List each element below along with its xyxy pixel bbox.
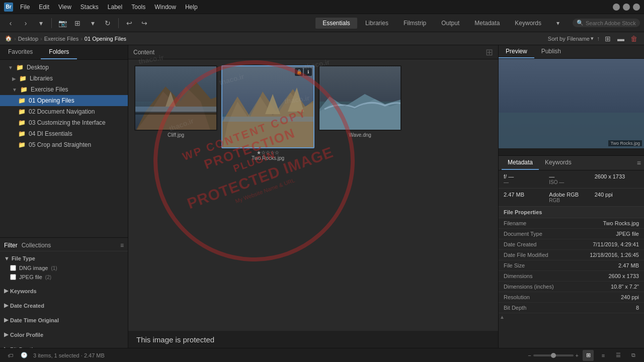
- filter-item-dng[interactable]: DNG image (1): [0, 263, 128, 273]
- breadcrumb-current[interactable]: 01 Opening Files: [85, 36, 126, 42]
- tab-collections[interactable]: Collections: [22, 242, 51, 249]
- thumbnail-cliff[interactable]: Cliff.jpg: [134, 65, 217, 161]
- filter-group-colorprofile-header[interactable]: ▶ Color Profile: [0, 329, 128, 340]
- camera-button[interactable]: 📷: [56, 17, 69, 30]
- delete-button[interactable]: 🗑: [629, 34, 639, 44]
- filter-checkbox-jpeg[interactable]: [10, 274, 16, 280]
- folder-icon: 📁: [20, 86, 28, 93]
- zoom-slider-thumb[interactable]: [551, 353, 556, 358]
- thumbnail-two-rocks[interactable]: 🔒 ℹ ★☆☆☆☆ Two Rocks.jpg: [221, 65, 314, 161]
- tab-filmstrip[interactable]: Filmstrip: [396, 18, 433, 29]
- move-button[interactable]: ⊞: [71, 17, 84, 30]
- right-panel: Preview Publish: [498, 45, 644, 348]
- tree-exercise-files[interactable]: ▼ 📁 Exercise Files: [0, 84, 128, 95]
- tree-03-customize[interactable]: 📁 03 Customizing the Interface: [0, 117, 128, 128]
- view-grid-button[interactable]: ⊞: [583, 350, 594, 361]
- tab-keywords-meta[interactable]: Keywords: [539, 156, 578, 170]
- sort-button[interactable]: Sort by Filename ▾: [548, 35, 594, 42]
- filter-group-bitdepth: ▶ Bit Depth: [0, 342, 128, 348]
- tab-folders[interactable]: Folders: [41, 45, 77, 59]
- tab-keywords[interactable]: Keywords: [508, 18, 548, 29]
- filter-group-bitdepth-header[interactable]: ▶ Bit Depth: [0, 344, 128, 348]
- filter-group-filetype-header[interactable]: ▼ File Type: [0, 253, 128, 263]
- meta-info-bar-2: 2.47 MB Adobe RGB RGB 240 ppi: [499, 189, 644, 207]
- tab-output[interactable]: Output: [434, 18, 466, 29]
- menu-window[interactable]: Window: [150, 3, 180, 12]
- view-list-button[interactable]: ≡: [598, 350, 609, 361]
- tab-filter[interactable]: Filter: [4, 242, 18, 249]
- grid-view-icon[interactable]: ⊞: [486, 47, 493, 58]
- zoom-slider-area: − +: [528, 352, 579, 358]
- menu-edit[interactable]: Edit: [35, 3, 53, 12]
- meta-val-filename: Two Rocks.jpg: [603, 220, 639, 226]
- rotate-left-button[interactable]: ↩: [123, 17, 136, 30]
- panel-button[interactable]: ▬: [616, 34, 626, 44]
- search-box[interactable]: 🔍: [573, 19, 640, 27]
- menu-view[interactable]: View: [54, 3, 75, 12]
- rotate-right-button[interactable]: ↪: [138, 17, 151, 30]
- menu-help[interactable]: Help: [181, 3, 202, 12]
- zoom-plus-icon[interactable]: +: [576, 352, 579, 358]
- protected-banner: This image is protected: [128, 331, 498, 348]
- tab-metadata-meta[interactable]: Metadata: [502, 156, 539, 170]
- refresh-button[interactable]: ↻: [101, 17, 114, 30]
- tree-desktop[interactable]: ▼ 📁 Desktop: [0, 62, 128, 73]
- tab-favorites[interactable]: Favorites: [0, 45, 41, 59]
- protected-text: This image is protected: [136, 335, 214, 344]
- bottom-clock-icon[interactable]: 🕐: [19, 350, 29, 360]
- zoom-minus-icon[interactable]: −: [528, 352, 531, 358]
- meta-menu-icon[interactable]: ≡: [637, 159, 641, 167]
- zoom-slider-track[interactable]: [533, 354, 574, 356]
- dimensions-val: 2600 x 1733: [595, 173, 639, 179]
- filter-item-jpeg[interactable]: JPEG file (2): [0, 273, 128, 282]
- filter-checkbox-dng[interactable]: [10, 265, 16, 271]
- ascending-icon[interactable]: ↑: [597, 35, 600, 42]
- maximize-button[interactable]: [623, 4, 630, 11]
- tree-05-crop[interactable]: 📁 05 Crop and Straighten: [0, 139, 128, 150]
- menu-label[interactable]: Label: [104, 3, 126, 12]
- toolbar-divider-2: [118, 18, 119, 28]
- expand-icon: ▼: [8, 65, 13, 70]
- meta-key-dimensions: Dimensions: [504, 273, 532, 279]
- view-options-button[interactable]: ⊞: [603, 34, 613, 44]
- tree-libraries[interactable]: ▶ 📁 Libraries: [0, 73, 128, 84]
- filter-group-datecreated-header[interactable]: ▶ Date Created: [0, 300, 128, 311]
- tab-preview[interactable]: Preview: [499, 45, 534, 58]
- tab-essentials[interactable]: Essentials: [315, 18, 357, 29]
- tab-more[interactable]: ▾: [549, 18, 567, 29]
- tree-01-opening[interactable]: 📁 01 Opening Files: [0, 95, 128, 106]
- breadcrumb-exercise-files[interactable]: Exercise Files: [44, 36, 78, 42]
- thumbnail-wave[interactable]: Wave.dng: [318, 65, 401, 161]
- colorspace-val: Adobe RGB: [549, 192, 593, 198]
- back-button[interactable]: ‹: [4, 17, 17, 30]
- bottom-tag-icon[interactable]: 🏷: [5, 350, 15, 360]
- scrollbar-up-indicator[interactable]: ▲: [499, 313, 644, 321]
- filter-group-keywords-header[interactable]: ▶ Keywords: [0, 286, 128, 296]
- filter-group-datetimeoriginal-header[interactable]: ▶ Date Time Original: [0, 315, 128, 325]
- filter-group-label: Date Time Original: [10, 317, 59, 323]
- meta-ppi: 240 ppi: [595, 192, 639, 203]
- tree-02-nav[interactable]: 📁 02 Document Navigation: [0, 106, 128, 117]
- breadcrumb-bar: 🏠 › Desktop › Exercise Files › 01 Openin…: [0, 32, 644, 45]
- expand-icon: ▶: [4, 317, 8, 323]
- copy-button[interactable]: ▾: [86, 17, 99, 30]
- menu-tools[interactable]: Tools: [127, 3, 149, 12]
- menu-stacks[interactable]: Stacks: [76, 3, 103, 12]
- close-button[interactable]: [633, 4, 640, 11]
- file-properties-header[interactable]: File Properties: [499, 207, 644, 218]
- expand-icon: ▶: [12, 76, 16, 81]
- search-input[interactable]: [586, 20, 636, 26]
- tree-04-di[interactable]: 📁 04 DI Essentials: [0, 128, 128, 139]
- tab-metadata[interactable]: Metadata: [467, 18, 507, 29]
- minimize-button[interactable]: [613, 4, 620, 11]
- forward-button[interactable]: ›: [19, 17, 32, 30]
- breadcrumb-desktop[interactable]: Desktop: [18, 36, 38, 42]
- menu-file[interactable]: File: [16, 3, 34, 12]
- tab-libraries[interactable]: Libraries: [358, 18, 395, 29]
- view-detail-button[interactable]: ☰: [613, 350, 624, 361]
- nav-dropdown[interactable]: ▾: [34, 17, 47, 30]
- filter-menu-icon[interactable]: ≡: [120, 242, 124, 249]
- tab-publish[interactable]: Publish: [534, 45, 568, 58]
- view-filter-button[interactable]: ⧉: [628, 350, 639, 361]
- filter-group-label: Keywords: [10, 288, 37, 294]
